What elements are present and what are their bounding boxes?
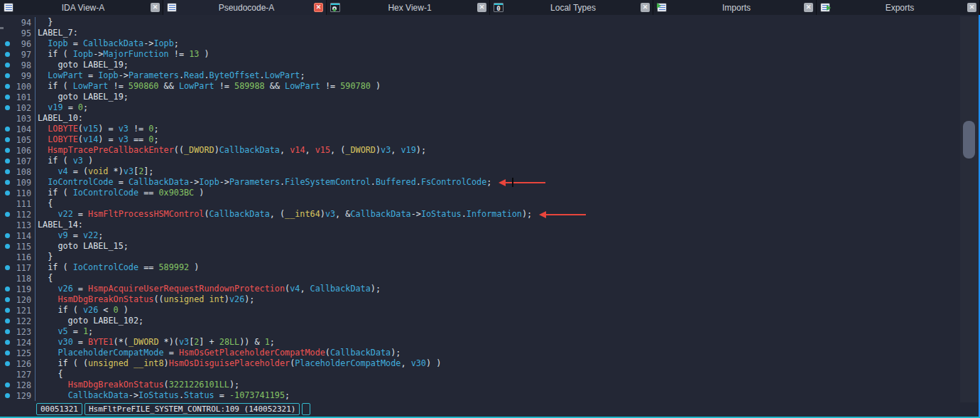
code-line-129[interactable]: 129 CallbackData->IoStatus.Status = -107… [0,390,960,401]
address-dot-icon [5,148,10,153]
address-dot-icon [5,361,10,366]
code-line-112[interactable]: 112 v22 = HsmFltProcessHSMControl(Callba… [0,209,960,220]
vertical-scrollbar[interactable] [960,16,979,402]
code-line-120[interactable]: 120 HsmDbgBreakOnStatus((unsigned int)v2… [0,294,960,305]
code-line-100[interactable]: 100 if ( LowPart != 590860 && LowPart !=… [0,81,960,92]
code-line-118[interactable]: 118 { [0,273,960,284]
text-cursor [512,178,513,187]
tab-close-button[interactable]: ✕ [967,3,976,12]
code-line-117[interactable]: 117 if ( IoControlCode == 589992 ) [0,262,960,273]
line-number: 100 [16,82,31,92]
code-line-109[interactable]: 109 IoControlCode = CallbackData->Iopb->… [0,177,960,188]
tab-label: Exports [832,3,967,13]
tab-imports[interactable]: Imports✕ [653,0,817,15]
code-line-108[interactable]: 108 v4 = (void *)v3[2]; [0,166,960,177]
gutter: 122 [0,316,36,326]
code-line-103[interactable]: 103LABEL_10: [0,113,960,124]
scrollbar-thumb[interactable] [963,121,975,159]
code-line-94[interactable]: 94 } [0,17,960,28]
address-dot-icon [5,286,10,291]
address-dot-icon [5,41,10,46]
code-line-96[interactable]: 96 Iopb = CallbackData->Iopb; [0,38,960,49]
code-line-126[interactable]: 126 if ( (unsigned __int8)HsmOsDisguiseP… [0,358,960,369]
code-line-107[interactable]: 107 if ( v3 ) [0,156,960,166]
code-line-95[interactable]: 95LABEL_7: [0,28,960,38]
code-line-101[interactable]: 101 goto LABEL_19; [0,92,960,102]
tab-close-button[interactable]: ✕ [477,3,486,12]
tab-pseudocode-a[interactable]: Pseudocode-A✕ [163,0,327,15]
gutter: 94 [0,17,36,28]
line-number: 126 [16,359,31,369]
gutter: 111 [0,198,36,209]
code-text: goto LABEL_15; [36,241,129,252]
gutter: 115 [0,241,36,252]
code-line-98[interactable]: 98 goto LABEL_19; [0,60,960,70]
gutter: 104 [0,124,36,134]
tab-hex-view-1[interactable]: Hex View-1✕ [327,0,490,15]
code-line-116[interactable]: 116 } [0,252,960,262]
code-text: if ( v3 ) [36,156,93,166]
code-text: LABEL_10: [36,113,83,124]
code-line-119[interactable]: 119 v26 = HsmpAcquireUserRequestRundownP… [0,284,960,294]
local-types-icon: 0 [493,2,504,13]
gutter: 125 [0,348,36,358]
line-number: 122 [16,316,31,326]
splitter-handle[interactable] [0,27,4,29]
code-line-124[interactable]: 124 v30 = BYTE1(*(_DWORD *)(v3[2] + 28LL… [0,337,960,348]
line-number: 99 [21,71,31,81]
line-number: 116 [16,252,31,262]
code-line-99[interactable]: 99 LowPart = Iopb->Parameters.Read.ByteO… [0,70,960,81]
code-line-110[interactable]: 110 if ( IoControlCode == 0x903BC ) [0,188,960,198]
gutter: 128 [0,380,36,390]
status-bar: 00051321 HsmFltPreFILE_SYSTEM_CONTROL:10… [36,403,310,415]
line-number: 128 [16,380,31,390]
tab-close-button[interactable]: ✕ [151,3,160,12]
address-dot-icon [5,340,10,345]
tab-close-button[interactable]: ✕ [314,3,323,12]
code-text: CallbackData->IoStatus.Status = -1073741… [36,390,290,401]
code-line-106[interactable]: 106 HsmpTracePreCallbackEnter((_DWORD)Ca… [0,145,960,156]
status-address: 00051321 [36,403,82,415]
gutter: 95 [0,28,36,38]
gutter: 99 [0,70,36,81]
tab-label: Pseudocode-A [179,3,314,13]
tab-close-button[interactable]: ✕ [804,3,813,12]
line-number: 124 [16,338,31,348]
code-text: if ( IoControlCode == 0x903BC ) [36,188,204,198]
line-number: 112 [16,210,31,220]
code-line-115[interactable]: 115 goto LABEL_15; [0,241,960,252]
pseudocode-view[interactable]: 94 }95LABEL_7:96 Iopb = CallbackData->Io… [0,16,960,402]
line-number: 107 [16,156,31,166]
code-line-102[interactable]: 102 v19 = 0; [0,102,960,113]
address-dot-icon [5,159,10,164]
gutter: 126 [0,358,36,369]
code-text: if ( Iopb->MajorFunction != 13 ) [36,49,209,60]
code-text: IoControlCode = CallbackData->Iopb->Para… [36,177,491,188]
code-line-123[interactable]: 123 v5 = 1; [0,326,960,337]
code-text: v4 = (void *)v3[2]; [36,166,153,177]
gutter: 107 [0,156,36,166]
code-text: HsmDbgBreakOnStatus(3221226101LL); [36,380,239,390]
address-dot-icon [5,297,10,302]
code-line-105[interactable]: 105 LOBYTE(v14) = v3 == 0; [0,134,960,145]
code-line-121[interactable]: 121 if ( v26 < 0 ) [0,305,960,316]
tab-local-types[interactable]: 0Local Types✕ [490,0,653,15]
line-number: 118 [16,274,31,284]
highlight-arrow-icon [499,179,545,186]
tab-exports[interactable]: Exports✕ [817,0,980,15]
code-line-114[interactable]: 114 v9 = v22; [0,230,960,241]
line-number: 111 [16,199,31,209]
code-line-113[interactable]: 113LABEL_14: [0,220,960,230]
tab-close-button[interactable]: ✕ [641,3,650,12]
gutter: 121 [0,305,36,316]
address-dot-icon [5,233,10,238]
code-line-128[interactable]: 128 HsmDbgBreakOnStatus(3221226101LL); [0,380,960,390]
code-line-125[interactable]: 125 PlaceholderCompatMode = HsmOsGetPlac… [0,348,960,358]
code-line-104[interactable]: 104 LOBYTE(v15) = v3 != 0; [0,124,960,134]
code-line-127[interactable]: 127 { [0,369,960,380]
code-line-97[interactable]: 97 if ( Iopb->MajorFunction != 13 ) [0,49,960,60]
code-line-122[interactable]: 122 goto LABEL_102; [0,316,960,326]
tab-ida-view-a[interactable]: IDA View-A✕ [0,0,163,15]
code-line-111[interactable]: 111 { [0,198,960,209]
address-dot-icon [5,105,10,110]
